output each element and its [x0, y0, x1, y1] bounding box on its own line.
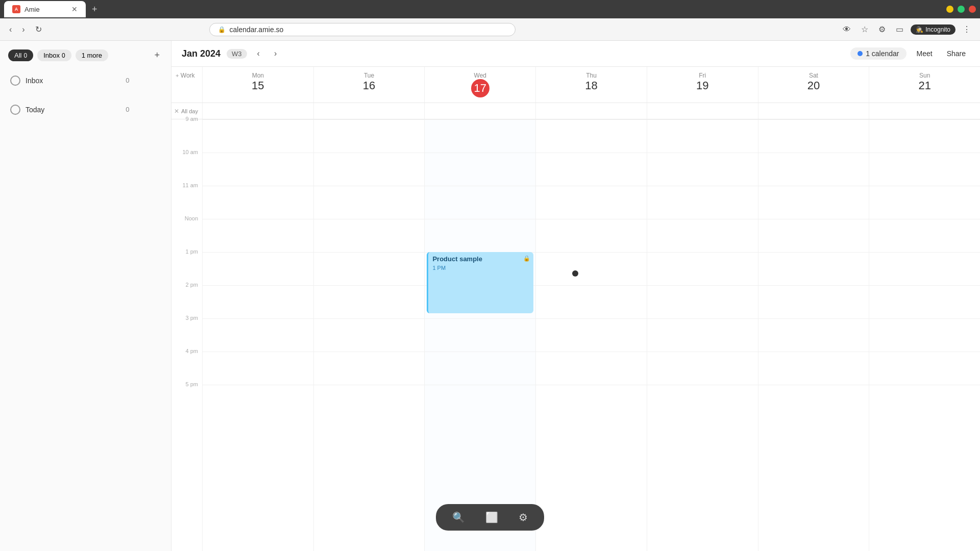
inbox-add-button[interactable]: + — [134, 74, 146, 87]
maximize-button[interactable] — [958, 6, 965, 13]
sidebar-add-button[interactable]: + — [151, 49, 163, 62]
event-title: Product sample — [432, 255, 529, 264]
allday-cell-mon[interactable] — [202, 103, 313, 119]
filter-more-button[interactable]: 1 more — [76, 49, 108, 61]
hour-line — [647, 119, 758, 153]
day-column-thu[interactable] — [535, 119, 647, 551]
day-name-fri: Fri — [649, 72, 756, 79]
inbox-label: Inbox — [26, 77, 120, 85]
work-label: Work — [181, 72, 195, 79]
time-slot: 10 am — [172, 153, 202, 186]
hour-line — [647, 385, 758, 418]
day-column-sat[interactable] — [758, 119, 869, 551]
day-column-mon[interactable] — [202, 119, 313, 551]
time-grid: 9 am10 am11 amNoon1 pm2 pm3 pm4 pm5 pm 🔒… — [172, 119, 980, 551]
close-icon: ✕ — [174, 108, 179, 115]
incognito-badge: 🕵 Incognito — [911, 24, 955, 35]
allday-cell-sun[interactable] — [869, 103, 980, 119]
week-badge: W3 — [227, 49, 247, 59]
day-column-tue[interactable] — [313, 119, 425, 551]
hour-line — [314, 318, 425, 352]
forward-button[interactable]: › — [19, 23, 28, 36]
browser-tab-bar: A Amie ✕ + — [0, 0, 980, 18]
time-label: 9 am — [186, 116, 198, 122]
hour-line — [314, 385, 425, 418]
hour-line — [536, 252, 647, 285]
hour-line — [647, 153, 758, 186]
hour-line — [203, 285, 313, 318]
bottom-toolbar: 🔍 ⬜ ⚙ — [436, 504, 544, 531]
filter-all-label: All — [14, 52, 21, 59]
address-bar[interactable]: 🔒 calendar.amie.so — [209, 23, 516, 36]
hour-line — [536, 219, 647, 252]
layout-toolbar-button[interactable]: ⬜ — [481, 509, 502, 525]
time-label: 11 am — [182, 182, 198, 188]
incognito-label: Incognito — [925, 26, 950, 33]
refresh-button[interactable]: ↻ — [32, 22, 45, 36]
hour-line — [536, 186, 647, 219]
sidebar-item-inbox[interactable]: Inbox 0 + ··· — [8, 70, 163, 91]
tab-close-button[interactable]: ✕ — [71, 5, 78, 13]
allday-row: ✕ All day — [172, 103, 980, 119]
meet-button[interactable]: Meet — [913, 47, 937, 60]
day-num-mon: 15 — [205, 79, 311, 92]
time-slot: 9 am — [172, 119, 202, 153]
bookmark-icon[interactable]: ☆ — [858, 22, 871, 36]
minimize-button[interactable] — [946, 6, 953, 13]
today-more-button[interactable]: ··· — [147, 103, 161, 116]
day-column-fri[interactable] — [647, 119, 758, 551]
hour-line — [869, 318, 980, 352]
hour-line — [203, 318, 313, 352]
day-num-sat: 20 — [761, 79, 867, 92]
day-name-thu: Thu — [538, 72, 645, 79]
next-week-button[interactable]: › — [270, 47, 281, 60]
calendar-main: Jan 2024 W3 ‹ › 1 calendar Meet Share + … — [172, 41, 980, 551]
close-button[interactable] — [969, 6, 976, 13]
calendar-indicator[interactable]: 1 calendar — [850, 47, 906, 60]
time-slot: Noon — [172, 219, 202, 252]
hour-line — [203, 219, 313, 252]
allday-cell-tue[interactable] — [313, 103, 425, 119]
active-tab[interactable]: A Amie ✕ — [4, 1, 86, 17]
today-add-button[interactable]: + — [134, 103, 146, 116]
today-section: Today 0 + ··· — [8, 99, 163, 120]
hour-line — [425, 186, 535, 219]
hour-line — [536, 352, 647, 385]
search-icon: 🔍 — [452, 512, 465, 523]
allday-cell-wed[interactable] — [424, 103, 535, 119]
today-icon — [10, 105, 20, 115]
back-button[interactable]: ‹ — [6, 23, 15, 36]
day-name-wed: Wed — [427, 72, 533, 79]
window-controls — [946, 6, 976, 13]
layout-icon: ⬜ — [485, 512, 498, 523]
inbox-more-button[interactable]: ··· — [147, 74, 161, 87]
sidebar-icon[interactable]: ▭ — [893, 22, 906, 36]
settings-toolbar-button[interactable]: ⚙ — [514, 509, 532, 525]
share-button[interactable]: Share — [943, 47, 970, 60]
more-options-icon[interactable]: ⋮ — [960, 22, 974, 36]
add-icon[interactable]: + — [176, 72, 179, 79]
inbox-section: Inbox 0 + ··· — [8, 70, 163, 91]
sidebar-item-today[interactable]: Today 0 + ··· — [8, 99, 163, 120]
filter-all-button[interactable]: All 0 — [8, 49, 33, 61]
time-slot: 3 pm — [172, 318, 202, 352]
eye-off-icon[interactable]: 👁 — [840, 23, 854, 36]
time-slot: 5 pm — [172, 385, 202, 418]
hour-line — [536, 119, 647, 153]
allday-cell-thu[interactable] — [535, 103, 647, 119]
settings-icon[interactable]: ⚙ — [875, 22, 889, 36]
filter-inbox-button[interactable]: Inbox 0 — [37, 49, 71, 61]
new-tab-button[interactable]: + — [88, 2, 102, 17]
allday-cell-sat[interactable] — [758, 103, 869, 119]
day-column-wed[interactable]: 🔒 Product sample 1 PM — [424, 119, 535, 551]
allday-cell-fri[interactable] — [647, 103, 758, 119]
search-toolbar-button[interactable]: 🔍 — [448, 509, 469, 525]
prev-week-button[interactable]: ‹ — [253, 47, 264, 60]
hour-line — [647, 285, 758, 318]
event-product-sample[interactable]: 🔒 Product sample 1 PM — [427, 252, 533, 313]
day-column-sun[interactable] — [869, 119, 980, 551]
day-name-tue: Tue — [316, 72, 423, 79]
hour-line — [869, 352, 980, 385]
day-header-sun: Sun 21 — [869, 67, 980, 103]
hour-line — [869, 186, 980, 219]
